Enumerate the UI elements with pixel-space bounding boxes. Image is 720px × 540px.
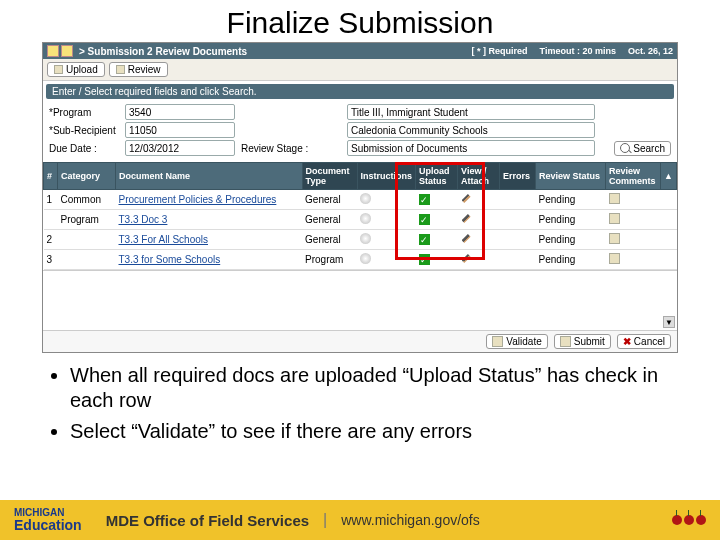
instructions-icon[interactable] bbox=[360, 213, 371, 224]
cell-category: Common bbox=[58, 190, 116, 210]
submit-button[interactable]: Submit bbox=[554, 334, 611, 349]
col-view-attach: View / Attach bbox=[458, 163, 500, 190]
cell-docname: Procurement Policies & Procedures bbox=[116, 190, 303, 210]
cell-view-attach bbox=[458, 190, 500, 210]
cell-review-comments bbox=[606, 210, 661, 230]
cell-review-comments bbox=[606, 190, 661, 210]
validate-button[interactable]: Validate bbox=[486, 334, 547, 349]
required-note: [ * ] Required bbox=[472, 46, 528, 56]
footer-logo: MICHIGAN Education bbox=[14, 508, 82, 532]
comment-icon[interactable] bbox=[609, 213, 620, 224]
cell-type: Program bbox=[302, 250, 357, 270]
cell-instructions bbox=[357, 250, 416, 270]
bullet-2: Select “Validate” to see if there are an… bbox=[70, 419, 674, 444]
tab-label: Upload bbox=[66, 64, 98, 75]
col-review-status: Review Status bbox=[536, 163, 606, 190]
cell-view-attach bbox=[458, 250, 500, 270]
doc-link[interactable]: T3.3 Doc 3 bbox=[119, 214, 168, 225]
doc-link[interactable]: Procurement Policies & Procedures bbox=[119, 194, 277, 205]
cell-errors bbox=[500, 230, 536, 250]
attach-icon[interactable] bbox=[461, 213, 472, 224]
tab-upload[interactable]: Upload bbox=[47, 62, 105, 77]
stage-value: Submission of Documents bbox=[347, 140, 595, 156]
documents-table: # Category Document Name Document Type I… bbox=[43, 162, 677, 270]
cell-upload-status: ✓ bbox=[416, 250, 458, 270]
cell-num: 1 bbox=[44, 190, 58, 210]
footer: MICHIGAN Education MDE Office of Field S… bbox=[0, 500, 720, 540]
attach-icon[interactable] bbox=[461, 233, 472, 244]
cell-upload-status: ✓ bbox=[416, 210, 458, 230]
cell-num: 2 bbox=[44, 230, 58, 250]
doc-link[interactable]: T3.3 for Some Schools bbox=[119, 254, 221, 265]
cell-view-attach bbox=[458, 230, 500, 250]
footer-url: www.michigan.gov/ofs bbox=[341, 512, 480, 528]
col-upload-status: Upload Status bbox=[416, 163, 458, 190]
stage-label: Review Stage : bbox=[241, 143, 341, 154]
cell-num bbox=[44, 210, 58, 230]
attach-icon[interactable] bbox=[461, 253, 472, 264]
bullet-list: When all required docs are uploaded “Upl… bbox=[0, 353, 720, 444]
due-input[interactable]: 12/03/2012 bbox=[125, 140, 235, 156]
submit-icon bbox=[560, 336, 571, 347]
tab-review[interactable]: Review bbox=[109, 62, 168, 77]
table-row: 3T3.3 for Some SchoolsProgram✓Pending bbox=[44, 250, 677, 270]
due-value: 12/03/2012 bbox=[129, 143, 179, 154]
instructions-icon[interactable] bbox=[360, 253, 371, 264]
cell-errors bbox=[500, 250, 536, 270]
info-icon[interactable] bbox=[47, 45, 59, 57]
table-row: 1CommonProcurement Policies & Procedures… bbox=[44, 190, 677, 210]
comment-icon[interactable] bbox=[609, 253, 620, 264]
table-scroll-area: ▼ bbox=[43, 270, 677, 330]
table-row: ProgramT3.3 Doc 3General✓Pending bbox=[44, 210, 677, 230]
bookmark-icon[interactable] bbox=[61, 45, 73, 57]
cell-docname: T3.3 for Some Schools bbox=[116, 250, 303, 270]
cell-review-status: Pending bbox=[536, 250, 606, 270]
cell-errors bbox=[500, 210, 536, 230]
cell-review-status: Pending bbox=[536, 190, 606, 210]
cell-review-status: Pending bbox=[536, 230, 606, 250]
tab-label: Review bbox=[128, 64, 161, 75]
attach-icon[interactable] bbox=[461, 193, 472, 204]
doc-link[interactable]: T3.3 For All Schools bbox=[119, 234, 208, 245]
validate-icon bbox=[492, 336, 503, 347]
col-scroll: ▲ bbox=[661, 163, 677, 190]
due-label: Due Date : bbox=[49, 143, 119, 154]
instructions-icon[interactable] bbox=[360, 193, 371, 204]
comment-icon[interactable] bbox=[609, 233, 620, 244]
footer-office: MDE Office of Field Services bbox=[106, 512, 309, 529]
program-input[interactable]: 3540 bbox=[125, 104, 235, 120]
subrecipient-input[interactable]: 11050 bbox=[125, 122, 235, 138]
cancel-icon: ✖ bbox=[623, 336, 631, 347]
program-label: *Program bbox=[49, 107, 119, 118]
cell-instructions bbox=[357, 210, 416, 230]
col-type: Document Type bbox=[302, 163, 357, 190]
bullet-1: When all required docs are uploaded “Upl… bbox=[70, 363, 674, 413]
comment-icon[interactable] bbox=[609, 193, 620, 204]
app-window: > Submission 2 Review Documents [ * ] Re… bbox=[42, 42, 678, 353]
action-row: Validate Submit ✖ Cancel bbox=[43, 330, 677, 352]
instructions-icon[interactable] bbox=[360, 233, 371, 244]
date-note: Oct. 26, 12 bbox=[628, 46, 673, 56]
slide-title: Finalize Submission bbox=[0, 0, 720, 42]
table-wrap: # Category Document Name Document Type I… bbox=[43, 162, 677, 270]
cherries-icon bbox=[672, 515, 706, 525]
cell-docname: T3.3 For All Schools bbox=[116, 230, 303, 250]
subrecipient-desc: Caledonia Community Schools bbox=[347, 122, 595, 138]
check-icon: ✓ bbox=[419, 194, 430, 205]
cancel-button[interactable]: ✖ Cancel bbox=[617, 334, 671, 349]
cell-type: General bbox=[302, 190, 357, 210]
cell-upload-status: ✓ bbox=[416, 190, 458, 210]
cell-review-comments bbox=[606, 230, 661, 250]
cell-category: Program bbox=[58, 210, 116, 230]
check-icon: ✓ bbox=[419, 214, 430, 225]
scroll-down-icon[interactable]: ▼ bbox=[663, 316, 675, 328]
search-form: *Program 3540 Title III, Immigrant Stude… bbox=[43, 102, 677, 160]
subrecipient-value: 11050 bbox=[129, 125, 157, 136]
upload-icon bbox=[54, 65, 63, 74]
col-docname: Document Name bbox=[116, 163, 303, 190]
cell-instructions bbox=[357, 190, 416, 210]
tab-row: Upload Review bbox=[43, 59, 677, 81]
cell-type: General bbox=[302, 210, 357, 230]
search-button[interactable]: Search bbox=[614, 141, 671, 156]
cell-docname: T3.3 Doc 3 bbox=[116, 210, 303, 230]
